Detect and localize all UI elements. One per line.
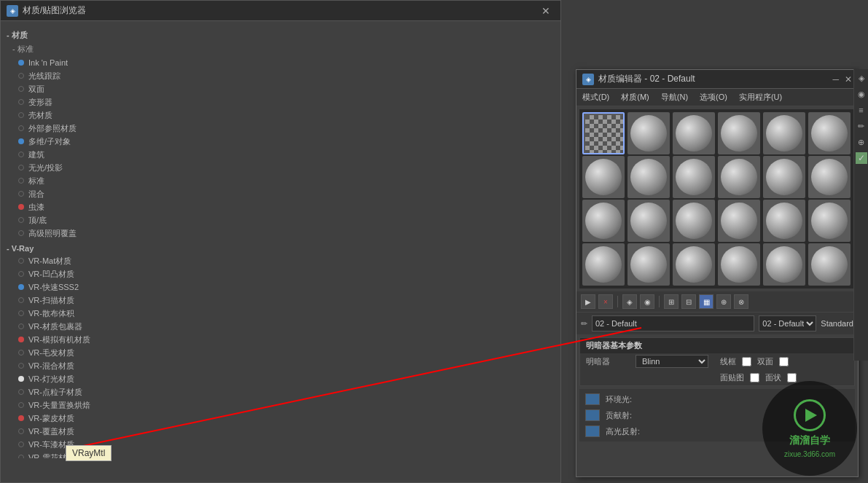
list-item[interactable]: 高级照明覆盖 (7, 227, 555, 240)
sphere-cell[interactable] (582, 243, 625, 286)
sphere-cell[interactable] (673, 200, 715, 242)
linewire-checkbox[interactable] (742, 357, 751, 366)
material-name-row: ✏ 02 - Default Standard (576, 313, 858, 334)
material-name-input[interactable] (592, 315, 754, 331)
item-label: VR-模拟有机材质 (28, 334, 90, 345)
menu-utilities[interactable]: 实用程序(U) (739, 92, 782, 103)
list-item[interactable]: VR-灯光材质 (7, 372, 555, 385)
list-item[interactable]: VR-毛发材质 (7, 346, 555, 359)
specular-color-box[interactable] (585, 425, 600, 437)
sphere-cell[interactable] (718, 112, 760, 154)
copy-button[interactable]: ⊞ (664, 294, 679, 309)
item-label: VR-失量置换烘焙 (28, 400, 90, 411)
material-dropdown[interactable]: 02 - Default (759, 315, 816, 331)
sphere-cell[interactable] (718, 243, 760, 286)
item-dot (18, 376, 24, 382)
sphere-cell[interactable] (627, 156, 670, 198)
diffuse-color-box[interactable] (585, 409, 600, 421)
sphere-cell[interactable] (763, 243, 805, 286)
minimize-button[interactable]: ─ (832, 74, 839, 85)
list-item[interactable]: VR-蒙皮材质 (7, 412, 555, 425)
list-item[interactable]: VR-凹凸材质 (7, 267, 555, 280)
faceted-checkbox[interactable] (787, 373, 797, 382)
delete-button[interactable]: ⊗ (734, 294, 748, 309)
list-item[interactable]: VR-快速SSS2 (7, 280, 555, 294)
item-dot (18, 99, 24, 105)
menu-navigation[interactable]: 导航(N) (661, 92, 688, 103)
list-item[interactable]: 建筑 (7, 148, 555, 161)
sphere-cell[interactable] (582, 200, 625, 242)
list-item[interactable]: VR-点粒子材质 (7, 385, 555, 398)
list-item[interactable]: VR-扫描材质 (7, 294, 555, 307)
editor-icon: ◈ (582, 74, 594, 85)
get-material-button[interactable]: ▶ (581, 294, 595, 309)
facemap-checkbox[interactable] (750, 373, 759, 382)
list-item[interactable]: 顶/底 (7, 213, 555, 227)
item-label: 虫漆 (28, 202, 44, 213)
list-item[interactable]: Ink 'n Paint (7, 56, 555, 69)
menu-material[interactable]: 材质(M) (621, 92, 649, 103)
browser-close-button[interactable]: ✕ (537, 4, 555, 18)
reset-button[interactable]: × (598, 294, 613, 309)
sphere-cell[interactable] (763, 156, 805, 198)
ambient-color-box[interactable] (585, 393, 600, 405)
sphere-cell[interactable] (627, 112, 670, 154)
sphere-ball (766, 115, 802, 152)
shader-select[interactable]: Blinn (636, 355, 708, 368)
put-to-scene-button[interactable]: ◈ (622, 294, 637, 309)
sphere-cell[interactable] (763, 200, 805, 242)
sphere-cell[interactable] (808, 200, 851, 242)
sidebar-icon-3[interactable]: ≡ (856, 104, 867, 116)
sphere-cell[interactable] (808, 112, 851, 154)
item-dot (18, 402, 24, 408)
unique-button[interactable]: ▦ (699, 294, 713, 309)
list-item[interactable]: VR-材质包裹器 (7, 320, 555, 333)
sidebar-icon-2[interactable]: ◉ (856, 88, 867, 100)
list-item[interactable]: VR-混合材质 (7, 359, 555, 372)
pick-button[interactable]: ◉ (640, 294, 654, 309)
close-editor-button[interactable]: ✕ (845, 74, 852, 85)
menu-options[interactable]: 选项(O) (700, 92, 727, 103)
menu-mode[interactable]: 模式(D) (582, 92, 609, 103)
item-label: VR-灯光材质 (28, 374, 74, 385)
list-item[interactable]: 壳材质 (7, 109, 555, 122)
instance-button[interactable]: ⊕ (716, 294, 731, 309)
sphere-cell[interactable] (627, 243, 670, 286)
sphere-cell[interactable] (673, 112, 715, 154)
list-item[interactable]: VR-Mat材质 (7, 254, 555, 267)
list-item[interactable]: 变形器 (7, 95, 555, 109)
list-item[interactable]: 光线跟踪 (7, 69, 555, 82)
sphere-cell[interactable] (627, 200, 670, 242)
sphere-cell[interactable] (673, 156, 715, 198)
sphere-ball (630, 115, 667, 152)
sphere-cell[interactable] (718, 200, 760, 242)
list-item[interactable]: VR-失量置换烘焙 (7, 398, 555, 412)
sphere-cell[interactable] (673, 243, 715, 286)
item-dot (18, 204, 24, 210)
doublesided-checkbox[interactable] (779, 357, 789, 366)
sidebar-icon-4[interactable]: ✏ (856, 120, 867, 132)
paste-button[interactable]: ⊟ (681, 294, 696, 309)
list-item[interactable]: 无光/投影 (7, 161, 555, 174)
sphere-cell[interactable] (808, 156, 851, 198)
sphere-cell[interactable] (763, 112, 805, 154)
list-item[interactable]: VR-散布体积 (7, 307, 555, 320)
list-item[interactable]: 标准 (7, 174, 555, 187)
list-item[interactable]: 外部参照材质 (7, 122, 555, 135)
sidebar-icon-5[interactable]: ⊕ (856, 136, 867, 148)
sphere-cell[interactable] (808, 243, 851, 286)
sphere-cell[interactable] (582, 156, 625, 198)
list-item[interactable]: 虫漆 (7, 200, 555, 213)
right-sidebar: ◈ ◉ ≡ ✏ ⊕ ✓ (853, 69, 868, 361)
item-label: VR-快速SSS2 (28, 282, 79, 293)
list-item[interactable]: VR-模拟有机材质 (7, 333, 555, 346)
list-item[interactable]: 混合 (7, 187, 555, 200)
list-item[interactable]: 多维/子对象 (7, 135, 555, 148)
active-icon[interactable]: ✓ (856, 152, 867, 164)
sphere-cell[interactable] (718, 156, 760, 198)
sidebar-icon-1[interactable]: ◈ (856, 72, 867, 84)
list-item[interactable]: 双面 (7, 82, 555, 95)
sphere-cell[interactable] (582, 112, 625, 154)
item-dot (18, 60, 24, 66)
list-item[interactable]: VR-覆盖材质 (7, 425, 555, 438)
